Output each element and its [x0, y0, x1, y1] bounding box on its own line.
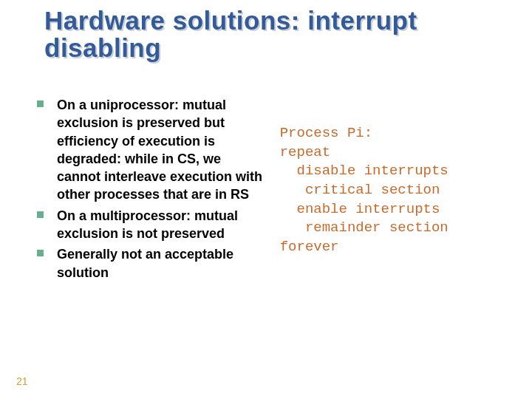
page-number: 21 [16, 375, 28, 387]
list-item: On a multiprocessor: mutual exclusion is… [37, 207, 267, 243]
slide: Hardware solutions: interrupt disabling … [0, 0, 532, 399]
bullet-text: Generally not an acceptable solution [57, 245, 267, 282]
list-item: Generally not an acceptable solution [37, 245, 267, 282]
code-column: Process Pi: repeat disable interrupts cr… [280, 96, 495, 284]
bullet-list: On a uniprocessor: mutual exclusion is p… [37, 96, 267, 284]
slide-body: On a uniprocessor: mutual exclusion is p… [37, 96, 495, 284]
bullet-text: On a uniprocessor: mutual exclusion is p… [57, 96, 267, 204]
bullet-icon [37, 250, 44, 256]
slide-title-wrap: Hardware solutions: interrupt disabling … [44, 7, 495, 62]
slide-title: Hardware solutions: interrupt disabling … [44, 7, 495, 62]
bullet-text: On a multiprocessor: mutual exclusion is… [57, 207, 267, 243]
bullet-icon [37, 211, 44, 218]
list-item: On a uniprocessor: mutual exclusion is p… [37, 96, 267, 204]
bullet-icon [37, 100, 44, 107]
pseudocode: Process Pi: repeat disable interrupts cr… [280, 124, 495, 256]
